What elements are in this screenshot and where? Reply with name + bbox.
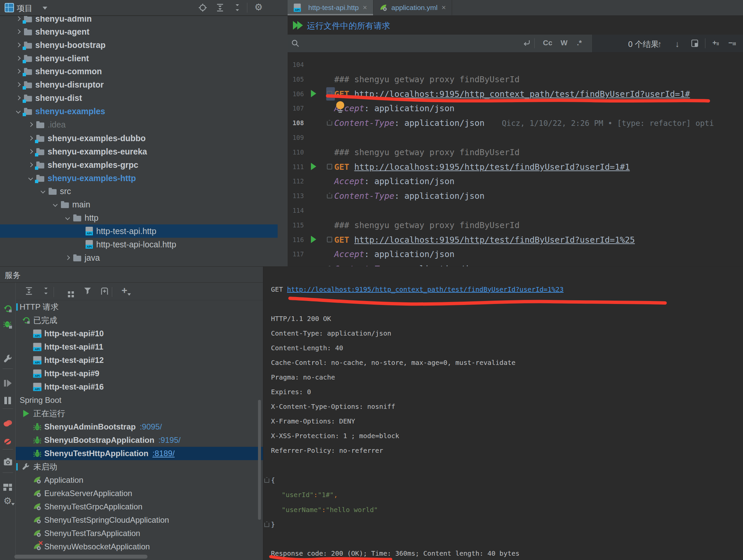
thread-dump-camera-icon[interactable] — [3, 457, 13, 467]
service-item-http-test-api-10[interactable]: http-test-api#10 — [16, 327, 263, 340]
tree-item-java[interactable]: java — [0, 251, 278, 264]
service-item-http-test-api-16[interactable]: http-test-api#16 — [16, 380, 263, 393]
expand-all-icon[interactable] — [216, 3, 224, 12]
chevron-right-icon[interactable] — [15, 55, 21, 61]
tree-item-shenyu-admin[interactable]: shenyu-admin — [0, 16, 278, 25]
chevron-down-icon[interactable] — [28, 175, 34, 181]
service-item-eureka-server-application[interactable]: EurekaServerApplication — [16, 487, 263, 500]
request-url-link[interactable]: http://localhost:9195/http/test/findByUs… — [354, 235, 635, 245]
chevron-right-icon[interactable] — [15, 68, 21, 74]
words-icon[interactable]: W — [561, 39, 568, 47]
settings-gear-icon[interactable]: ⚙ — [254, 2, 263, 12]
tree-item-shenyu-common[interactable]: shenyu-common — [0, 64, 278, 78]
service-item-http-test-api-9[interactable]: http-test-api#9 — [16, 367, 263, 380]
fold-marker-icon[interactable] — [327, 193, 332, 199]
locate-file-icon[interactable] — [199, 3, 207, 12]
tab-application-yml[interactable]: application.yml × — [374, 0, 452, 15]
run-all-link[interactable]: 运行文件中的所有请求 — [307, 20, 390, 31]
regex-icon[interactable]: .* — [577, 39, 582, 47]
service-item-shenyu-test-http-application[interactable]: ShenyuTestHttpApplication :8189/ — [16, 447, 263, 460]
settings-gear-icon[interactable]: ⚙ — [3, 496, 12, 506]
arrow-up-icon[interactable]: ↑ — [657, 39, 662, 49]
service-group-not-started[interactable]: 未启动 — [16, 460, 263, 473]
chevron-down-icon[interactable] — [15, 108, 21, 114]
project-view-icon[interactable] — [5, 3, 14, 12]
match-case-icon[interactable]: Cc — [543, 39, 552, 47]
service-group-running[interactable]: 正在运行 — [16, 407, 263, 420]
tree-item-shenyu-examples-eureka[interactable]: shenyu-examples-eureka — [0, 145, 278, 158]
rerun-failed-icon[interactable] — [3, 320, 13, 329]
tree-item-http-dir[interactable]: http — [0, 211, 278, 224]
tree-item-http-test-api[interactable]: http-test-api.http — [0, 224, 278, 238]
chevron-right-icon[interactable] — [28, 122, 34, 128]
tree-item-shenyu-dist[interactable]: shenyu-dist — [0, 91, 278, 104]
chevron-down-icon[interactable] — [52, 202, 58, 207]
tree-item-shenyu-agent[interactable]: shenyu-agent — [0, 25, 278, 38]
service-group-http-requests[interactable]: HTTP 请求 — [16, 300, 263, 314]
tree-item-shenyu-examples-http[interactable]: shenyu-examples-http — [0, 171, 278, 185]
filter-icon[interactable] — [83, 287, 93, 296]
arrow-down-icon[interactable]: ↓ — [675, 39, 680, 49]
service-group-spring-boot[interactable]: Spring Boot — [16, 393, 263, 407]
search-icon[interactable] — [291, 39, 300, 50]
chevron-down-icon[interactable] — [64, 215, 71, 221]
hide-panel-icon[interactable] — [272, 3, 281, 12]
editor-search-bar[interactable]: Cc W .* 0 个结果 ↑ ↓ +II −III — [288, 35, 743, 53]
stop-icon[interactable] — [3, 337, 13, 347]
service-item-shenyu-test-grpc-application[interactable]: ShenyuTestGrpcApplication — [16, 500, 263, 513]
tree-item-shenyu-client[interactable]: shenyu-client — [0, 52, 278, 65]
fold-marker-icon[interactable] — [327, 91, 332, 96]
app-port-link[interactable]: :8189/ — [152, 449, 175, 458]
chevron-down-icon[interactable] — [40, 188, 46, 194]
vertical-scrollbar[interactable] — [258, 400, 261, 520]
chevron-right-icon[interactable] — [15, 82, 21, 88]
app-port-link[interactable]: :9095/ — [140, 422, 162, 431]
service-item-shenyu-test-tars-application[interactable]: ShenyuTestTarsApplication — [16, 527, 263, 540]
service-item-shenyu-websocket-application[interactable]: ShenyuWebsocketApplication — [16, 540, 263, 553]
fold-marker-icon[interactable] — [327, 120, 332, 126]
rerun-icon[interactable] — [3, 304, 13, 313]
tree-item-shenyu-examples-grpc[interactable]: shenyu-examples-grpc — [0, 158, 278, 171]
close-icon[interactable]: × — [442, 4, 446, 11]
tree-item-http-test-api-local[interactable]: http-test-api-local.http — [0, 238, 278, 251]
service-item-shenyu-admin-bootstrap[interactable]: ShenyuAdminBootstrap :9095/ — [16, 420, 263, 433]
remove-occurrence-icon[interactable]: −III — [728, 39, 736, 47]
service-item-application[interactable]: Application — [16, 473, 263, 487]
service-group-completed[interactable]: 已完成 — [16, 314, 263, 327]
add-service-frame-icon[interactable] — [100, 287, 110, 296]
tree-item-shenyu-disruptor[interactable]: shenyu-disruptor — [0, 78, 278, 91]
collapse-all-icon[interactable] — [233, 3, 242, 12]
tab-http-test-api[interactable]: http-test-api.http × — [288, 0, 374, 15]
chevron-right-icon[interactable] — [15, 42, 21, 48]
chevron-right-icon[interactable] — [28, 135, 34, 141]
response-console[interactable]: GET http://localhost:9195/http_context_p… — [263, 266, 743, 560]
run-all-icon[interactable] — [293, 21, 304, 30]
chevron-right-icon[interactable] — [15, 95, 21, 101]
service-item-shenyu-bootstrap-application[interactable]: ShenyuBootstrapApplication :9195/ — [16, 433, 263, 447]
expand-all-icon[interactable] — [25, 287, 34, 296]
tree-item-shenyu-examples[interactable]: shenyu-examples — [0, 104, 278, 118]
chevron-right-icon[interactable] — [28, 162, 34, 168]
tree-item-shenyu-examples-dubbo[interactable]: shenyu-examples-dubbo — [0, 131, 278, 145]
chevron-right-icon[interactable] — [15, 29, 21, 35]
collapse-all-icon[interactable] — [42, 287, 51, 296]
add-icon[interactable]: + — [122, 285, 128, 296]
run-request-icon[interactable] — [311, 236, 316, 243]
code-area[interactable]: 104 105 ### shengyu getway proxy findByU… — [288, 53, 743, 266]
tree-item-idea[interactable]: .idea — [0, 118, 278, 131]
project-panel-title[interactable]: 项目 — [17, 3, 33, 14]
tree-item-shenyu-bootstrap[interactable]: shenyu-bootstrap — [0, 38, 278, 52]
close-icon[interactable]: × — [363, 4, 367, 11]
tree-item-main[interactable]: main — [0, 198, 278, 211]
chevron-right-icon[interactable] — [15, 16, 21, 21]
tree-item-src[interactable]: src — [0, 184, 278, 198]
fold-marker-icon[interactable] — [264, 477, 269, 483]
fold-marker-icon[interactable] — [327, 237, 332, 243]
chevron-down-icon[interactable] — [43, 7, 47, 10]
app-port-link[interactable]: :9195/ — [159, 435, 181, 445]
run-request-icon[interactable] — [311, 90, 316, 97]
service-item-http-test-api-12[interactable]: http-test-api#12 — [16, 354, 263, 367]
filter-search-icon[interactable] — [691, 39, 699, 50]
fold-marker-icon[interactable] — [327, 164, 332, 169]
service-item-shenyu-test-spring-cloud-application[interactable]: ShenyuTestSpringCloudApplication — [16, 513, 263, 527]
